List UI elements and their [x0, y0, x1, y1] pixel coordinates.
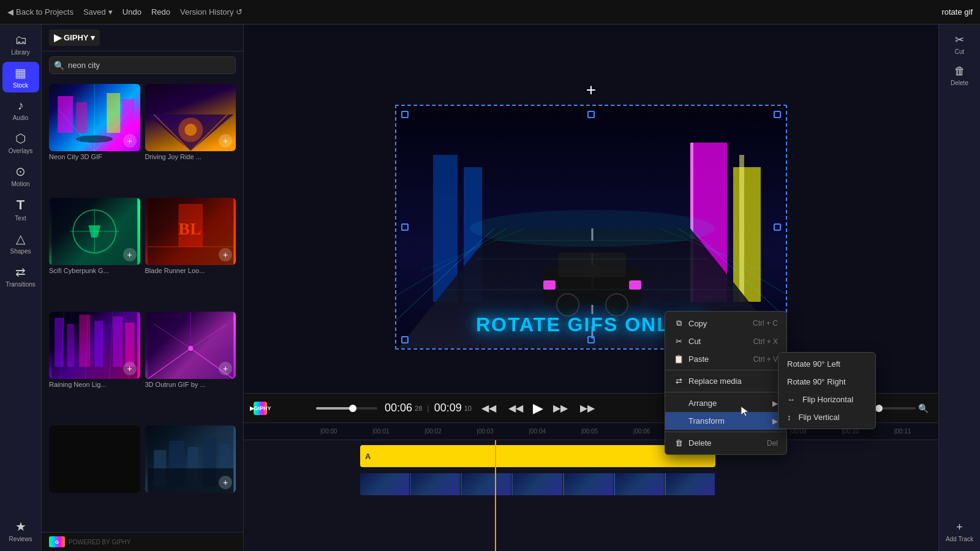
- media-add-button[interactable]: +: [123, 248, 137, 261]
- list-item: +: [145, 425, 236, 527]
- media-item-raining-neon[interactable]: +: [49, 312, 140, 379]
- sidebar-item-text[interactable]: T Text: [2, 193, 39, 225]
- submenu-rotate-right[interactable]: Rotate 90° Right: [778, 373, 875, 391]
- copy-icon: ⧉: [674, 318, 684, 328]
- media-add-button[interactable]: +: [219, 248, 232, 261]
- fast-forward-button[interactable]: ▶▶: [551, 400, 570, 416]
- search-icon: 🔍: [54, 61, 64, 70]
- rewind-button[interactable]: ◀◀: [506, 400, 526, 416]
- zoom-in-icon[interactable]: 🔍: [918, 403, 929, 413]
- sidebar-item-overlays[interactable]: ⬡ Overlays: [2, 127, 39, 158]
- saved-button[interactable]: Saved ▾: [83, 7, 113, 17]
- list-item: + Driving Joy Ride ...: [145, 84, 236, 193]
- media-item-city[interactable]: +: [145, 425, 236, 493]
- context-menu-arrange[interactable]: Arrange ▶: [665, 394, 786, 412]
- track-clip-video[interactable]: [360, 473, 715, 495]
- submenu-rotate-left[interactable]: Rotate 90° Left: [778, 355, 875, 373]
- playback-progress[interactable]: [316, 407, 377, 410]
- back-to-projects-label: Back to Projects: [16, 7, 74, 17]
- media-grid: + Neon City 3D GIF +: [42, 79, 243, 532]
- list-item: + Raining Neon Lig...: [49, 312, 140, 421]
- sidebar-item-motion[interactable]: ⊙ Motion: [2, 160, 39, 191]
- track-a-label: A: [365, 452, 371, 461]
- play-button[interactable]: ▶: [533, 400, 543, 416]
- media-item-dark[interactable]: [49, 425, 140, 493]
- sidebar-item-stock[interactable]: ▦ Stock: [2, 62, 39, 92]
- delete-icon: 🗑: [954, 65, 965, 78]
- media-item-scifi[interactable]: +: [49, 198, 140, 265]
- ctx-transform-label: Transform: [688, 416, 725, 425]
- undo-button[interactable]: Undo: [123, 7, 141, 17]
- version-history-button[interactable]: Version History ↺: [180, 7, 243, 17]
- timeline-area: |00:00 |00:01 |00:02 |00:03 |00:04 |00:0…: [244, 422, 938, 551]
- rotate-right-label: Rotate 90° Right: [787, 377, 846, 386]
- search-input[interactable]: [49, 56, 236, 74]
- crosshair-icon: +: [586, 80, 596, 100]
- track-content-video: [293, 471, 938, 498]
- context-menu-copy[interactable]: ⧉ Copy Ctrl + C: [665, 314, 786, 332]
- add-track-action[interactable]: + Add Track: [941, 517, 978, 546]
- giphy-watermark: POWERED BY GIPHY: [69, 539, 131, 545]
- media-item-blade-runner[interactable]: BL +: [145, 198, 236, 265]
- media-panel: ▶ GIPHY ▾ 🔍: [42, 24, 244, 551]
- skip-start-button[interactable]: ◀◀: [479, 400, 499, 416]
- sidebar-item-reviews[interactable]: ★ Reviews: [2, 515, 39, 546]
- context-menu-cut[interactable]: ✂ Cut Ctrl + X: [665, 332, 786, 350]
- context-menu-replace-media[interactable]: ⇄ Replace media: [665, 372, 786, 390]
- context-menu-paste[interactable]: 📋 Paste Ctrl + V: [665, 350, 786, 368]
- svg-rect-60: [629, 280, 641, 290]
- giphy-source-selector[interactable]: ▶ GIPHY ▾: [49, 29, 100, 46]
- playhead[interactable]: [495, 440, 496, 551]
- reviews-icon: ★: [15, 519, 26, 534]
- shapes-icon: △: [16, 231, 25, 246]
- media-panel-header: ▶ GIPHY ▾: [42, 24, 243, 51]
- track-row-a: A: [244, 443, 938, 470]
- saved-dropdown-icon: ▾: [108, 7, 113, 17]
- list-item: + Scifi Cyberpunk G...: [49, 198, 140, 307]
- svg-text:BL: BL: [178, 219, 201, 238]
- sidebar-item-shapes[interactable]: △ Shapes: [2, 228, 39, 258]
- overlays-icon: ⬡: [15, 131, 26, 146]
- rotate-left-label: Rotate 90° Left: [787, 359, 840, 369]
- context-menu-transform[interactable]: Transform ▶: [665, 412, 786, 430]
- media-item-driving[interactable]: +: [145, 84, 236, 151]
- sidebar-item-audio[interactable]: ♪ Audio: [2, 95, 39, 125]
- ruler-mark: |00:00: [303, 428, 355, 435]
- transform-arrow-icon: ▶: [772, 417, 778, 425]
- media-item-3d-outrun[interactable]: +: [145, 312, 236, 379]
- cut-action[interactable]: ✂ Cut: [941, 29, 978, 59]
- track-clip-text[interactable]: A: [360, 445, 715, 467]
- submenu-flip-horizontal[interactable]: ↔ Flip Horizontal: [778, 391, 875, 408]
- svg-rect-25: [67, 324, 74, 367]
- media-add-button[interactable]: +: [219, 476, 232, 489]
- media-item-neon-city[interactable]: +: [49, 84, 140, 151]
- search-bar: 🔍: [42, 51, 243, 79]
- delete-action[interactable]: 🗑 Delete: [941, 61, 978, 90]
- svg-point-62: [606, 294, 628, 316]
- sidebar-item-library[interactable]: 🗂 Library: [2, 29, 39, 59]
- media-add-button[interactable]: +: [219, 362, 232, 375]
- flip-v-icon: ↕: [787, 413, 791, 422]
- ruler-mark: |00:04: [511, 428, 564, 435]
- svg-rect-4: [58, 96, 73, 133]
- context-menu: ⧉ Copy Ctrl + C ✂ Cut Ctrl + X 📋 Paste C…: [665, 311, 787, 455]
- track-content-a: A: [293, 443, 938, 470]
- svg-rect-58: [559, 253, 626, 277]
- redo-button[interactable]: Redo: [151, 7, 170, 17]
- media-add-button[interactable]: +: [123, 134, 137, 148]
- sidebar-item-transitions[interactable]: ⇄ Transitions: [2, 261, 39, 291]
- delete-ctx-icon: 🗑: [674, 438, 684, 448]
- ctx-arrange-label: Arrange: [688, 399, 717, 408]
- skip-end-button[interactable]: ▶▶: [578, 400, 597, 416]
- media-label: [145, 493, 236, 500]
- giphy-icon: ▶: [54, 32, 61, 43]
- media-add-button[interactable]: +: [123, 362, 137, 375]
- ruler-mark: |00:02: [407, 428, 459, 435]
- svg-rect-7: [122, 99, 134, 133]
- back-to-projects-button[interactable]: ◀ Back to Projects: [7, 7, 74, 17]
- context-menu-delete[interactable]: 🗑 Delete Del: [665, 434, 786, 452]
- submenu-flip-vertical[interactable]: ↕ Flip Vertical: [778, 408, 875, 426]
- media-add-button[interactable]: +: [219, 134, 232, 148]
- stock-icon: ▦: [15, 66, 26, 80]
- media-label: Scifi Cyberpunk G...: [49, 265, 140, 279]
